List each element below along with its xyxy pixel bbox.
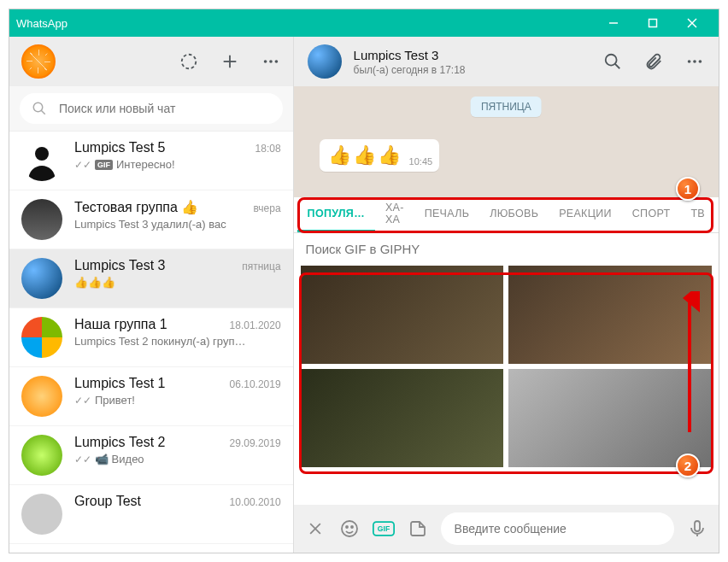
gif-category-tab[interactable]: ТВ — [680, 197, 715, 232]
chat-avatar — [21, 494, 62, 535]
chat-avatar — [21, 317, 62, 358]
composer: GIF — [294, 505, 719, 553]
status-icon[interactable] — [179, 51, 199, 72]
chat-time: 10.00.2010 — [230, 496, 281, 508]
my-avatar[interactable] — [21, 44, 56, 79]
gif-category-tab[interactable]: ЛЮБОВЬ — [479, 197, 549, 232]
svg-point-10 — [33, 102, 43, 112]
chat-preview: ✓✓GIF Интересно! — [74, 158, 281, 171]
svg-point-8 — [269, 60, 273, 63]
chat-list-item[interactable]: Наша группа 118.01.2020 Lumpics Test 2 п… — [9, 308, 293, 367]
chat-time: 18.01.2020 — [230, 319, 281, 331]
app-window: WhatsApp Lumpics Test 518:08✓✓GIF — [9, 9, 719, 553]
day-label: ПЯТНИЦА — [471, 97, 542, 117]
chat-preview: Lumpics Test 3 удалил(-а) вас — [74, 218, 281, 231]
window-title: WhatsApp — [16, 17, 594, 30]
svg-line-14 — [615, 64, 620, 69]
chat-list-item[interactable]: Lumpics Test 3пятница 👍👍👍 — [9, 249, 293, 308]
chat-preview: ✓✓ 📹 Видео — [74, 453, 281, 465]
chat-avatar — [21, 435, 62, 476]
gif-category-tab[interactable]: СПОРТ — [622, 197, 681, 232]
contact-name: Lumpics Test 3 — [354, 48, 590, 62]
chat-time: вчера — [253, 202, 280, 214]
chat-time: 29.09.2019 — [230, 437, 281, 449]
gif-category-tab[interactable]: ПЕЧАЛЬ — [414, 197, 479, 232]
svg-point-24 — [351, 526, 353, 528]
svg-rect-27 — [695, 521, 700, 531]
close-button[interactable] — [672, 9, 712, 37]
message-body: 👍👍👍 — [328, 144, 402, 167]
chat-list-item[interactable]: Group Test10.00.2010 — [9, 485, 293, 544]
svg-point-17 — [699, 60, 702, 63]
annotation-arrow — [679, 291, 700, 436]
chat-list-item[interactable]: Lumpics Test 518:08✓✓GIF Интересно! — [9, 132, 293, 190]
chat-name: Lumpics Test 2 — [74, 435, 165, 450]
gif-thumb[interactable] — [301, 369, 504, 467]
annotation-marker-2: 2 — [676, 454, 700, 477]
chat-avatar — [21, 258, 62, 299]
svg-point-16 — [693, 60, 696, 63]
gif-search-input[interactable] — [306, 242, 707, 256]
chat-list-item[interactable]: Lumpics Test 229.09.2019✓✓ 📹 Видео — [9, 426, 293, 485]
search-box[interactable] — [20, 93, 283, 124]
chat-list-item[interactable]: Lumpics Test 106.10.2019✓✓ Привет! — [9, 367, 293, 426]
chat-list[interactable]: Lumpics Test 518:08✓✓GIF Интересно!Тесто… — [9, 132, 293, 553]
maximize-button[interactable] — [633, 9, 672, 37]
chat-name: Тестовая группа 👍 — [74, 199, 198, 215]
chat-preview: Lumpics Test 2 покинул(-а) груп… — [74, 335, 281, 348]
close-panel-icon[interactable] — [304, 518, 326, 540]
message-bubble[interactable]: 👍👍👍 10:45 — [320, 139, 440, 172]
search-in-chat-icon[interactable] — [602, 51, 623, 72]
chat-time: пятница — [242, 261, 280, 272]
minimize-button[interactable] — [594, 9, 633, 37]
new-chat-icon[interactable] — [220, 51, 240, 72]
attach-icon[interactable] — [643, 51, 664, 72]
chat-name: Group Test — [74, 494, 141, 509]
gif-category-tabs: ПОПУЛЯ…ХА-ХАПЕЧАЛЬЛЮБОВЬРЕАКЦИИСПОРТТВ — [294, 197, 719, 233]
search-input[interactable] — [59, 102, 271, 115]
chat-avatar — [21, 199, 62, 240]
titlebar: WhatsApp — [9, 9, 719, 37]
gif-grid[interactable] — [294, 266, 719, 505]
chat-list-item[interactable]: Тестовая группа 👍вчера Lumpics Test 3 уд… — [9, 190, 293, 249]
mic-icon[interactable] — [686, 518, 708, 540]
gif-category-tab[interactable]: РЕАКЦИИ — [549, 197, 622, 232]
search-row — [9, 86, 293, 132]
svg-text:GIF: GIF — [377, 524, 389, 533]
svg-point-15 — [688, 60, 691, 63]
search-icon — [32, 101, 47, 116]
gif-thumb[interactable] — [301, 266, 504, 364]
messages-area: ПЯТНИЦА 👍👍👍 10:45 — [294, 86, 719, 197]
contact-status: был(-а) сегодня в 17:18 — [354, 64, 590, 76]
gif-search-row — [294, 233, 719, 266]
menu-icon[interactable] — [261, 51, 281, 72]
chat-pane: Lumpics Test 3 был(-а) сегодня в 17:18 П… — [294, 37, 719, 553]
svg-line-11 — [41, 110, 45, 114]
chat-avatar — [21, 376, 62, 417]
gif-category-tab[interactable]: ХА-ХА — [375, 197, 414, 232]
svg-point-13 — [606, 55, 617, 66]
chat-menu-icon[interactable] — [684, 51, 705, 72]
chat-time: 06.10.2019 — [230, 378, 281, 390]
contact-avatar[interactable] — [308, 44, 342, 79]
sticker-icon[interactable] — [407, 518, 429, 540]
svg-point-23 — [346, 526, 348, 528]
chat-name: Lumpics Test 5 — [74, 140, 165, 155]
chat-preview: ✓✓ Привет! — [74, 394, 281, 407]
chat-header: Lumpics Test 3 был(-а) сегодня в 17:18 — [294, 37, 719, 86]
chat-name: Lumpics Test 1 — [74, 376, 165, 391]
gif-icon[interactable]: GIF — [373, 518, 395, 540]
message-time: 10:45 — [409, 156, 433, 167]
emoji-icon[interactable] — [338, 518, 361, 540]
svg-point-12 — [35, 147, 49, 161]
svg-rect-1 — [649, 20, 657, 27]
annotation-marker-1: 1 — [676, 177, 700, 201]
gif-panel: 1 ПОПУЛЯ…ХА-ХАПЕЧАЛЬЛЮБОВЬРЕАКЦИИСПОРТТВ… — [294, 197, 719, 505]
gif-category-tab[interactable]: ПОПУЛЯ… — [297, 197, 375, 232]
message-input-wrap[interactable] — [441, 512, 674, 545]
svg-point-4 — [181, 55, 196, 69]
sidebar-header — [9, 37, 293, 86]
chat-avatar — [21, 140, 62, 181]
message-input[interactable] — [455, 522, 660, 536]
chat-name: Lumpics Test 3 — [74, 258, 165, 273]
